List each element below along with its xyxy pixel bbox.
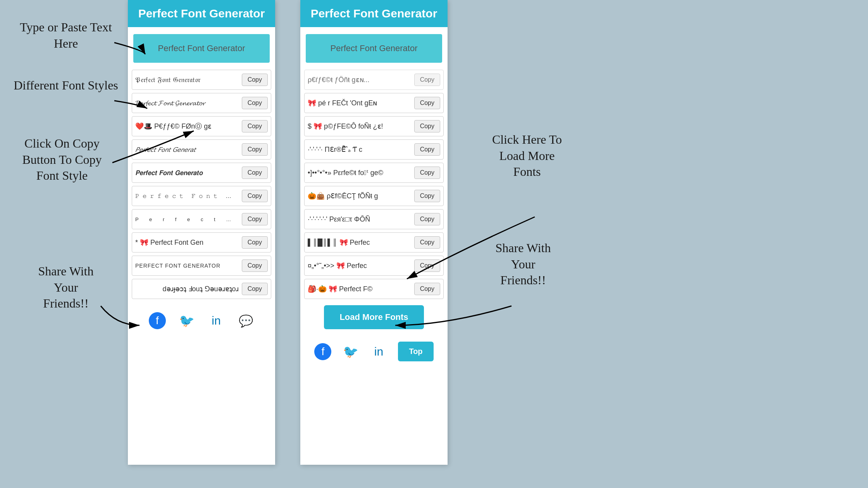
font-text: 𝓟𝓮𝓻𝓯𝓮𝓬𝓽 𝓕𝓸𝓷𝓽 𝓖𝓮𝓷𝓮𝓻𝓪𝓽𝓸𝓻 — [135, 99, 239, 107]
copy-button[interactable]: Copy — [414, 143, 440, 156]
font-text: PERFECT FONT GENERATOR — [135, 263, 239, 269]
font-row: * 🎀 Perfect Font Gen Copy — [132, 232, 271, 253]
social-row-left: f 🐦 in 💬 — [128, 306, 275, 335]
font-text: ·'·'·'·'·'·' Ρεя'ε□τ ΦÔÑ — [308, 215, 411, 223]
copy-button[interactable]: Copy — [414, 213, 440, 225]
facebook-icon[interactable]: f — [149, 312, 166, 329]
left-input-box[interactable]: Perfect Font Generator — [133, 34, 270, 63]
font-row: 𝘗𝘦𝘳𝘧𝘦𝘤𝘵 𝘍𝘰𝘯𝘵 𝘎𝘦𝘯𝘦𝘳𝘢𝘵 Copy — [132, 139, 271, 160]
font-text: ρ€ŕƒ€©ŧ ƒÖñŧ gɛɴ... — [308, 76, 411, 84]
font-row: ▌║█║▌║ 🎀 Perfec Copy — [304, 232, 444, 253]
font-text: 🎒·🎃 🎀 Perfect F© — [308, 285, 411, 293]
copy-button[interactable]: Copy — [242, 97, 268, 109]
font-text: * 🎀 Perfect Font Gen — [135, 238, 239, 247]
linkedin-icon[interactable]: in — [208, 312, 225, 329]
annotation-click-load: Click Here ToLoad MoreFonts — [465, 132, 589, 180]
font-row: ·'·'·'·'·'·' Ρεя'ε□τ ΦÔÑ Copy — [304, 209, 444, 229]
top-button[interactable]: Top — [398, 342, 433, 361]
font-text: 𝙋𝙚𝙧𝙛𝙚𝙘𝙩 𝙁𝙤𝙣𝙩 𝙂𝙚𝙣𝙚𝙧𝙖𝙩𝙤 — [135, 169, 239, 177]
copy-button[interactable]: Copy — [414, 74, 440, 86]
copy-button[interactable]: Copy — [242, 259, 268, 272]
font-row: ·'·'·'·'· ΠƐr®Ē᷈ ᷈ₐ Ƭ c Copy — [304, 139, 444, 160]
left-input-text: Perfect Font Generator — [158, 43, 245, 53]
font-text: 𝙿𝚎𝚛𝚏𝚎𝚌𝚝 𝙵𝚘𝚗𝚝 𝚂𝚝𝚢𝚕𝚎 — [135, 192, 239, 199]
font-row: 𝙿𝚎𝚛𝚏𝚎𝚌𝚝 𝙵𝚘𝚗𝚝 𝚂𝚝𝚢𝚕𝚎 Copy — [132, 186, 271, 206]
copy-button[interactable]: Copy — [242, 167, 268, 179]
copy-button[interactable]: Copy — [414, 167, 440, 179]
social-row-right: f 🐦 in Top — [300, 335, 448, 368]
font-row: 𝔓𝔢𝔯𝔣𝔢𝔠𝔱 𝔉𝔬𝔫𝔱 𝔊𝔢𝔫𝔢𝔯𝔞𝔱𝔬𝔯 Copy — [132, 70, 271, 90]
copy-button[interactable]: Copy — [242, 213, 268, 225]
font-row: 🎒·🎃 🎀 Perfect F© Copy — [304, 279, 444, 299]
font-text: ❤️🎩 P€ƒƒ€© FØnⓄ gɛ — [135, 122, 239, 131]
font-row: 𝙋𝙚𝙧𝙛𝙚𝙘𝙩 𝙁𝙤𝙣𝙩 𝙂𝙚𝙣𝙚𝙧𝙖𝙩𝙤 Copy — [132, 163, 271, 183]
font-text: 𝘗𝘦𝘳𝘧𝘦𝘤𝘵 𝘍𝘰𝘯𝘵 𝘎𝘦𝘯𝘦𝘳𝘢𝘵 — [135, 146, 239, 154]
copy-button[interactable]: Copy — [414, 190, 440, 202]
font-row: 𝓟𝓮𝓻𝓯𝓮𝓬𝓽 𝓕𝓸𝓷𝓽 𝓖𝓮𝓷𝓮𝓻𝓪𝓽𝓸𝓻 Copy — [132, 93, 271, 113]
font-text: P e r f e c t F o n t — [135, 217, 239, 222]
annotation-share-left: Share WithYourFriends!! — [12, 263, 120, 312]
twitter-icon[interactable]: 🐦 — [342, 343, 359, 360]
font-row: 🎃👜 ρƐf©ĒCŢ fÕÑŧ g Copy — [304, 186, 444, 206]
facebook-icon[interactable]: f — [314, 343, 331, 360]
font-text: $ 🎀 p©ƒFE©Ô foÑŧ ¿ɛ! — [308, 122, 411, 131]
twitter-icon[interactable]: 🐦 — [178, 312, 195, 329]
right-phone-panel: Perfect Font Generator Perfect Font Gene… — [300, 0, 448, 465]
linkedin-icon[interactable]: in — [370, 343, 387, 360]
copy-button[interactable]: Copy — [242, 236, 268, 249]
copy-button[interactable]: Copy — [414, 283, 440, 295]
right-panel-header: Perfect Font Generator — [300, 0, 448, 27]
font-row: $ 🎀 p©ƒFE©Ô foÑŧ ¿ɛ! Copy — [304, 116, 444, 136]
copy-button[interactable]: Copy — [242, 74, 268, 86]
copy-button[interactable]: Copy — [414, 259, 440, 272]
font-text: ▌║█║▌║ 🎀 Perfec — [308, 238, 411, 247]
font-row: PERFECT FONT GENERATOR Copy — [132, 256, 271, 276]
font-row: ¤„•°˜„•>> 🎀 Perfec Copy — [304, 256, 444, 276]
right-input-box[interactable]: Perfect Font Generator — [306, 34, 442, 63]
font-row: ɹoʇɐɹǝuǝ⅁ ʇuoℲ ʇɔǝɟɹǝd Copy — [132, 279, 271, 299]
load-more-button[interactable]: Load More Fonts — [324, 305, 424, 329]
font-row: 🎀 pé r FEČt 'Ont gEɴ Copy — [304, 93, 444, 113]
font-row: ρ€ŕƒ€©ŧ ƒÖñŧ gɛɴ... Copy — [304, 70, 444, 90]
left-phone-panel: Perfect Font Generator Perfect Font Gene… — [128, 0, 275, 465]
copy-button[interactable]: Copy — [242, 120, 268, 132]
font-text: 🎃👜 ρƐf©ĒCŢ fÕÑŧ g — [308, 192, 411, 200]
copy-button[interactable]: Copy — [242, 143, 268, 156]
right-input-text: Perfect Font Generator — [331, 43, 418, 53]
annotation-different-fonts: Different Font Styles — [12, 77, 120, 94]
font-text: ɹoʇɐɹǝuǝ⅁ ʇuoℲ ʇɔǝɟɹǝd — [135, 285, 239, 293]
annotation-type-paste: Type or Paste Text Here — [12, 19, 120, 52]
copy-button[interactable]: Copy — [414, 120, 440, 132]
copy-button[interactable]: Copy — [242, 283, 268, 295]
font-row: ❤️🎩 P€ƒƒ€© FØnⓄ gɛ Copy — [132, 116, 271, 136]
font-text: 🎀 pé r FEČt 'Ont gEɴ — [308, 99, 411, 107]
annotation-click-copy: Click On CopyButton To CopyFont Style — [4, 136, 120, 184]
copy-button[interactable]: Copy — [414, 236, 440, 249]
font-text: ¤„•°˜„•>> 🎀 Perfec — [308, 261, 411, 270]
font-row: •]••°•°•» Ρεrfe©ŧ fo᷊ᵗ ge© Copy — [304, 163, 444, 183]
font-row: P e r f e c t F o n t Copy — [132, 209, 271, 229]
font-text: ·'·'·'·'· ΠƐr®Ē᷈ ᷈ₐ Ƭ c — [308, 145, 411, 154]
font-text: 𝔓𝔢𝔯𝔣𝔢𝔠𝔱 𝔉𝔬𝔫𝔱 𝔊𝔢𝔫𝔢𝔯𝔞𝔱𝔬𝔯 — [135, 76, 239, 84]
whatsapp-icon[interactable]: 💬 — [237, 312, 254, 329]
font-text: •]••°•°•» Ρεrfe©ŧ fo᷊ᵗ ge© — [308, 168, 411, 177]
copy-button[interactable]: Copy — [242, 190, 268, 202]
annotation-share-right: Share WithYourFriends!! — [465, 240, 581, 289]
left-panel-header: Perfect Font Generator — [128, 0, 275, 27]
copy-button[interactable]: Copy — [414, 97, 440, 109]
